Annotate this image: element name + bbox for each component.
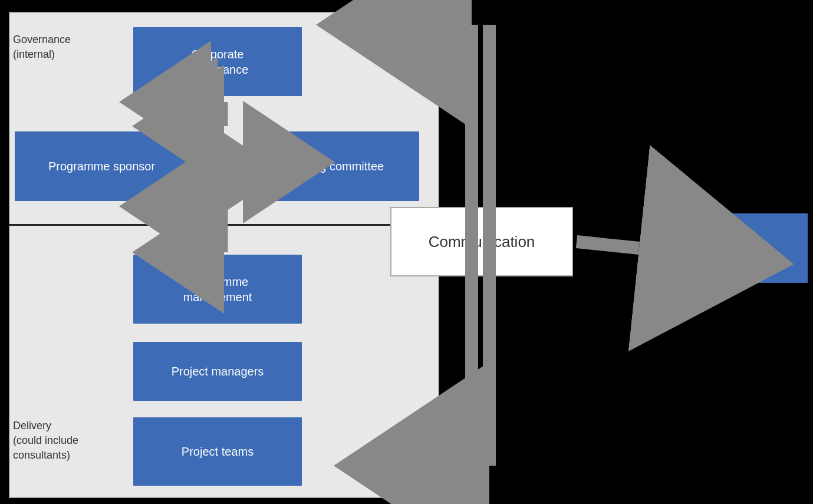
steering-committee-box: Steering committee	[247, 131, 419, 201]
communication-box: Communication	[390, 207, 573, 276]
project-teams-box: Project teams	[133, 417, 302, 486]
delivery-label: Delivery (could include consultants)	[13, 419, 78, 463]
corporate-governance-box: Corporate governance	[133, 27, 302, 96]
programme-management-box: Programme management	[133, 255, 302, 324]
governance-divider	[9, 224, 439, 226]
business-teams-box: Business teams	[643, 213, 808, 283]
programme-sponsor-box: Programme sponsor	[15, 131, 189, 201]
project-managers-box: Project managers	[133, 342, 302, 401]
h-arrow-communication-to-business	[577, 242, 639, 248]
governance-label: Governance (internal)	[13, 32, 71, 62]
